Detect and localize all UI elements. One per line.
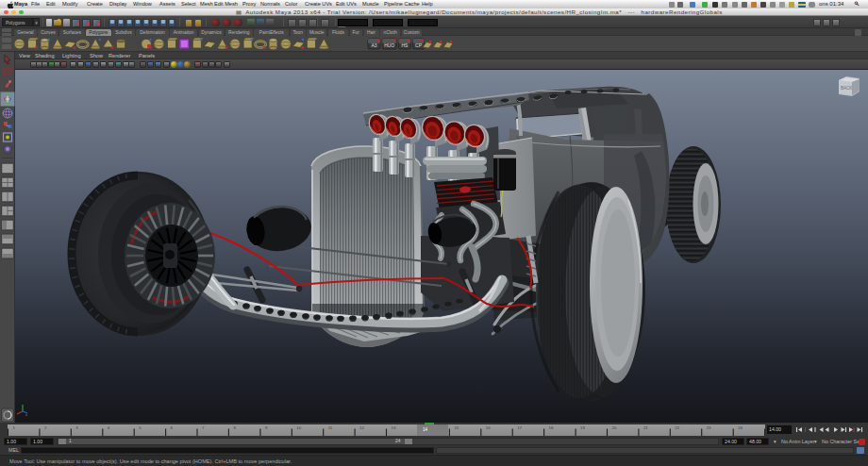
svg-text:12: 12 bbox=[359, 425, 364, 430]
svg-text:19: 19 bbox=[580, 425, 585, 430]
svg-text:15: 15 bbox=[454, 425, 459, 430]
svg-text:7: 7 bbox=[202, 425, 205, 430]
svg-text:HUO: HUO bbox=[384, 42, 394, 48]
svg-text:13: 13 bbox=[392, 425, 396, 430]
svg-text:20: 20 bbox=[612, 425, 617, 430]
svg-text:BACK: BACK bbox=[841, 86, 852, 91]
svg-text:8: 8 bbox=[233, 425, 236, 430]
svg-text:18: 18 bbox=[549, 425, 554, 430]
svg-text:10: 10 bbox=[296, 425, 301, 430]
svg-text:5: 5 bbox=[139, 425, 142, 430]
svg-text:9: 9 bbox=[265, 425, 268, 430]
svg-text:17: 17 bbox=[517, 425, 522, 430]
svg-text:HS: HS bbox=[401, 42, 409, 48]
svg-text:11: 11 bbox=[328, 425, 333, 430]
svg-text:x: x bbox=[25, 412, 27, 417]
svg-text:1: 1 bbox=[13, 425, 16, 430]
svg-text:A3: A3 bbox=[371, 42, 376, 48]
svg-text:CP: CP bbox=[415, 42, 423, 48]
svg-text:2: 2 bbox=[44, 425, 47, 430]
svg-text:24: 24 bbox=[738, 425, 743, 430]
svg-text:4: 4 bbox=[108, 425, 110, 430]
svg-text:21: 21 bbox=[643, 425, 648, 430]
svg-text:6: 6 bbox=[171, 425, 174, 430]
svg-text:22: 22 bbox=[675, 425, 679, 430]
svg-text:23: 23 bbox=[707, 425, 711, 430]
svg-text:16: 16 bbox=[486, 425, 491, 430]
svg-text:3: 3 bbox=[75, 425, 78, 430]
